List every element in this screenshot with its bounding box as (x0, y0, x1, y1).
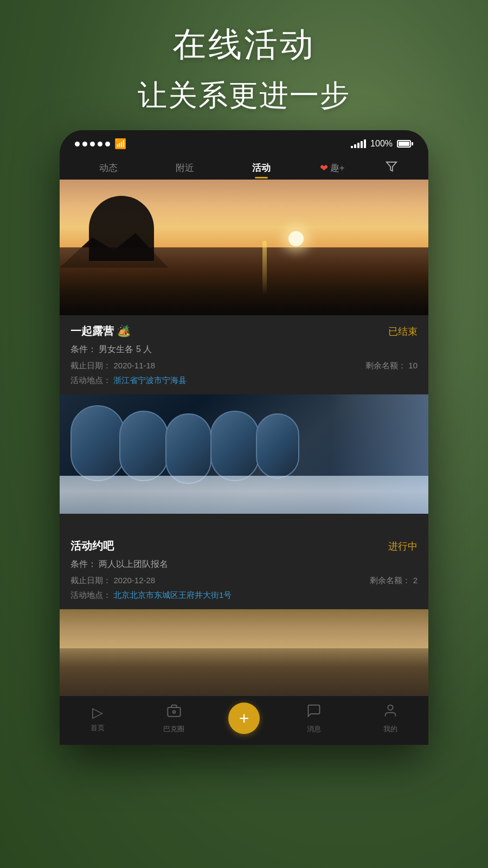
camping-title: 一起露营 🏕️ (70, 324, 131, 339)
yue-title: 活动约吧 (70, 539, 114, 553)
camping-meta-row: 截止日期： 2020-11-18 剩余名额： 10 (70, 361, 418, 371)
wifi-icon: 📶 (114, 138, 126, 150)
yue-location-value: 北京北京市东城区王府井大街1号 (113, 590, 232, 601)
message-icon (306, 703, 322, 722)
yue-location-row: 活动地点： 北京北京市东城区王府井大街1号 (70, 590, 418, 601)
camping-condition: 条件： 男女生各 5 人 (70, 344, 418, 355)
bar-2 (354, 144, 356, 148)
sunset-reflection (262, 241, 267, 295)
industrial-background (60, 394, 428, 514)
yue-title-row: 活动约吧 进行中 (70, 539, 418, 553)
sunset-sun (288, 231, 304, 246)
ind-light (331, 394, 428, 514)
bar-4 (361, 141, 363, 148)
yue-deadline-value: 2020-12-28 (113, 576, 155, 585)
tab-qu-label: 趣+ (330, 162, 345, 174)
roll-4 (210, 411, 259, 481)
yue-image (60, 394, 428, 530)
nav-bake-label: 巴克圈 (163, 724, 184, 734)
yue-quota-value: 2 (413, 576, 418, 585)
camping-condition-label: 条件： (70, 344, 97, 354)
camping-condition-value: 男女生各 5 人 (99, 344, 152, 354)
content-area: 一起露营 🏕️ 已结束 条件： 男女生各 5 人 截止日期： 2020-11-1… (60, 180, 428, 745)
svg-rect-1 (168, 707, 180, 716)
svg-point-3 (388, 705, 393, 710)
roll-1 (70, 405, 125, 481)
dot-4 (98, 142, 102, 146)
yue-deadline-label: 截止日期： (70, 576, 111, 585)
camping-image (60, 180, 428, 315)
camping-deadline-label: 截止日期： (70, 361, 111, 370)
yue-card-info: 活动约吧 进行中 条件： 两人以上团队报名 截止日期： 2020-12-28 (60, 530, 428, 609)
add-icon: + (239, 709, 249, 729)
add-button[interactable]: + (228, 703, 260, 734)
mine-icon (383, 703, 398, 722)
nav-home-label: 首页 (91, 723, 105, 733)
dot-2 (82, 142, 87, 146)
camping-quota-value: 10 (408, 361, 418, 370)
hero-title-1: 在线活动 (0, 22, 488, 67)
signal-bars (351, 139, 366, 148)
water-background (60, 609, 428, 707)
yue-condition: 条件： 两人以上团队报名 (70, 559, 418, 570)
yue-quota: 剩余名额： 2 (370, 576, 418, 586)
status-right: 100% (351, 139, 413, 149)
camping-location-row: 活动地点： 浙江省宁波市宁海县 (70, 375, 418, 386)
bar-1 (351, 146, 353, 148)
tab-fujin[interactable]: 附近 (167, 159, 203, 176)
nav-home[interactable]: ▷ 首页 (76, 704, 119, 733)
phone-frame: 📶 100% 动态 (60, 130, 428, 745)
nav-mine-label: 我的 (383, 724, 397, 734)
camping-quota-label: 剩余名额： (365, 361, 406, 370)
battery-icon (397, 140, 413, 148)
svg-marker-0 (386, 162, 396, 171)
nav-message-label: 消息 (307, 724, 321, 734)
bake-circle-icon (166, 703, 182, 722)
home-icon: ▷ (92, 704, 103, 721)
battery-body (397, 140, 411, 148)
camping-card-info: 一起露营 🏕️ 已结束 条件： 男女生各 5 人 截止日期： 2020-11-1… (60, 315, 428, 394)
camping-status: 已结束 (388, 325, 418, 338)
hero-title-2: 让关系更进一步 (0, 76, 488, 116)
dot-1 (75, 142, 80, 146)
camping-deadline-value: 2020-11-18 (113, 361, 155, 370)
svg-point-2 (172, 711, 175, 713)
bar-5 (364, 139, 366, 148)
roll-3 (165, 413, 211, 484)
camping-title-row: 一起露营 🏕️ 已结束 (70, 324, 418, 339)
yue-deadline: 截止日期： 2020-12-28 (70, 576, 155, 586)
yue-condition-value: 两人以上团队报名 (99, 559, 168, 569)
battery-fill (399, 142, 409, 146)
battery-percent: 100% (370, 139, 393, 149)
sunset-background (60, 180, 428, 315)
filter-icon[interactable] (386, 161, 397, 176)
status-left: 📶 (75, 138, 126, 150)
tab-huodong[interactable]: 活动 (243, 159, 279, 176)
bottom-navigation: ▷ 首页 巴克圈 + (60, 695, 428, 745)
nav-bake-circle[interactable]: 巴克圈 (152, 703, 196, 734)
tab-dongtai[interactable]: 动态 (91, 159, 126, 176)
activity-card-yue[interactable]: 活动约吧 进行中 条件： 两人以上团队报名 截止日期： 2020-12-28 (60, 394, 428, 609)
camping-location-label: 活动地点： (70, 375, 111, 386)
nav-mine[interactable]: 我的 (369, 703, 412, 734)
battery-tip (412, 142, 413, 145)
camping-deadline: 截止日期： 2020-11-18 (70, 361, 155, 371)
signal-dots (75, 142, 110, 146)
yue-meta-row: 截止日期： 2020-12-28 剩余名额： 2 (70, 576, 418, 586)
roll-5 (256, 413, 299, 478)
nav-message[interactable]: 消息 (292, 703, 336, 734)
sunset-silhouette (89, 196, 154, 261)
tab-navigation: 动态 附近 活动 ❤ 趣+ (60, 154, 428, 180)
phone-mockup: 📶 100% 动态 (60, 130, 428, 745)
roll-2 (119, 411, 168, 481)
yue-quota-label: 剩余名额： (370, 576, 410, 585)
activity-card-camping[interactable]: 一起露营 🏕️ 已结束 条件： 男女生各 5 人 截止日期： 2020-11-1… (60, 180, 428, 394)
yue-condition-label: 条件： (70, 559, 97, 569)
yue-status: 进行中 (388, 540, 418, 553)
bar-3 (357, 143, 359, 148)
heart-icon: ❤ (320, 162, 328, 174)
tab-qu[interactable]: ❤ 趣+ (320, 162, 345, 174)
camping-quota: 剩余名额： 10 (365, 361, 418, 371)
yue-location-label: 活动地点： (70, 590, 111, 601)
dot-5 (105, 142, 110, 146)
